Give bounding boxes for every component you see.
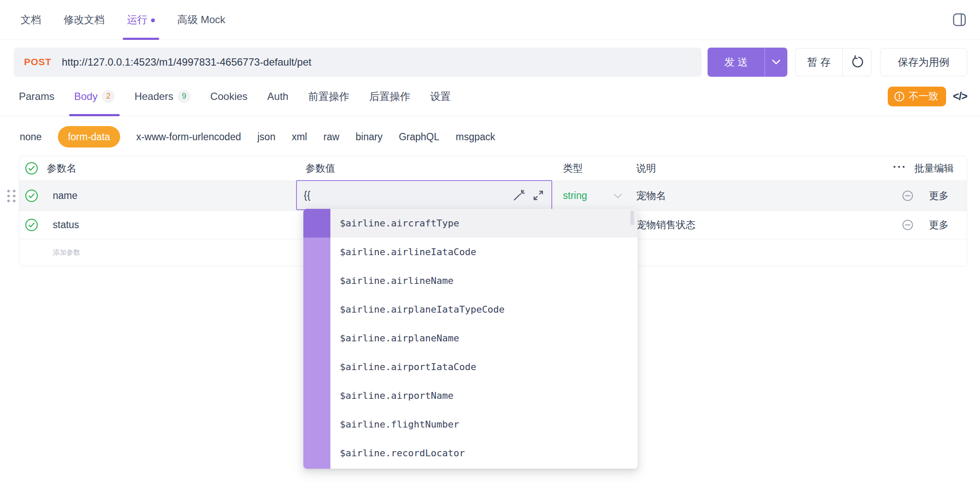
body-type-form-data[interactable]: form-data bbox=[58, 126, 120, 148]
dropdown-items: $airline.aircraftType $airline.airlineIa… bbox=[330, 209, 638, 469]
save-as-case-button[interactable]: 保存为用例 bbox=[880, 48, 967, 76]
doc-tab-bar: 文档 修改文档 运行 高级 Mock bbox=[0, 0, 980, 40]
tab-pre-operations[interactable]: 前置操作 bbox=[308, 77, 349, 116]
dropdown-item[interactable]: $airline.airportIataCode bbox=[330, 352, 638, 381]
tab-advanced-mock[interactable]: 高级 Mock bbox=[177, 0, 225, 39]
row-enabled-checkbox[interactable] bbox=[25, 189, 38, 202]
params-table-header: 参数名 参数值 类型 说明 ··· 批量编辑 bbox=[19, 156, 967, 181]
body-type-selector: none form-data x-www-form-urlencoded jso… bbox=[20, 123, 967, 151]
select-all-checkbox[interactable] bbox=[25, 162, 38, 175]
tab-post-operations-label: 后置操作 bbox=[369, 90, 410, 103]
tab-run[interactable]: 运行 bbox=[127, 0, 155, 39]
header-param-name: 参数名 bbox=[47, 162, 76, 175]
body-type-msgpack[interactable]: msgpack bbox=[456, 131, 495, 143]
tab-cookies-label: Cookies bbox=[210, 90, 248, 102]
body-type-x-www-form-urlencoded[interactable]: x-www-form-urlencoded bbox=[136, 131, 241, 143]
method-select[interactable]: POST bbox=[24, 57, 51, 68]
dropdown-accent-bar-highlight bbox=[303, 209, 330, 238]
body-type-json[interactable]: json bbox=[257, 131, 275, 143]
dropdown-item[interactable]: $airline.airplaneIataTypeCode bbox=[330, 295, 638, 324]
tab-params-label: Params bbox=[19, 90, 54, 102]
table-row-name: name {{ bbox=[19, 181, 967, 211]
body-type-xml[interactable]: xml bbox=[292, 131, 307, 143]
row-enabled-checkbox[interactable] bbox=[25, 218, 38, 232]
unsaved-dot bbox=[151, 18, 155, 22]
header-type: 类型 bbox=[563, 162, 583, 175]
tab-body[interactable]: Body 2 bbox=[74, 77, 115, 116]
tab-settings-label: 设置 bbox=[430, 90, 451, 103]
tab-run-label: 运行 bbox=[127, 13, 148, 27]
doc-tabs: 文档 修改文档 运行 高级 Mock bbox=[21, 0, 225, 39]
chevron-down-icon bbox=[613, 190, 623, 202]
mismatch-badge[interactable]: 不一致 bbox=[888, 87, 946, 106]
dropdown-scrollbar-thumb[interactable] bbox=[630, 211, 634, 225]
send-button-group: 发 送 bbox=[708, 48, 787, 77]
active-tab-underline bbox=[123, 38, 159, 40]
header-description: 说明 bbox=[636, 163, 656, 174]
row-more-button[interactable]: 更多 bbox=[929, 189, 949, 202]
toggle-right-panel-icon[interactable] bbox=[952, 12, 967, 27]
tab-headers-label: Headers bbox=[134, 90, 173, 102]
variable-autocomplete-dropdown: $airline.aircraftType $airline.airlineIa… bbox=[303, 209, 638, 469]
mismatch-badge-label: 不一致 bbox=[909, 90, 938, 103]
tab-cookies[interactable]: Cookies bbox=[210, 77, 248, 116]
stash-button[interactable]: 暂 存 bbox=[795, 48, 842, 76]
dropdown-item[interactable]: $airline.airplaneName bbox=[330, 324, 638, 352]
header-param-value: 参数值 bbox=[305, 162, 335, 175]
active-tab-underline bbox=[69, 114, 120, 116]
tab-auth-label: Auth bbox=[267, 90, 288, 102]
tab-settings[interactable]: 设置 bbox=[430, 77, 451, 116]
body-type-raw[interactable]: raw bbox=[324, 131, 339, 143]
editor-icons bbox=[513, 189, 544, 202]
remove-row-icon[interactable] bbox=[902, 190, 913, 202]
body-type-none[interactable]: none bbox=[20, 131, 42, 143]
tab-pre-operations-label: 前置操作 bbox=[308, 90, 349, 103]
tab-advanced-mock-label: 高级 Mock bbox=[177, 13, 225, 27]
request-bar: POST http://127.0.0.1:4523/m1/4997831-46… bbox=[14, 48, 967, 77]
url-input[interactable]: POST http://127.0.0.1:4523/m1/4997831-46… bbox=[14, 48, 702, 77]
body-type-graphql[interactable]: GraphQL bbox=[399, 131, 439, 143]
param-type-value: string bbox=[563, 190, 587, 202]
tab-headers[interactable]: Headers 9 bbox=[134, 77, 191, 116]
param-name-cell[interactable]: name bbox=[53, 190, 78, 202]
drag-handle-icon[interactable] bbox=[6, 188, 17, 203]
alert-circle-icon bbox=[894, 91, 905, 102]
param-type-select[interactable]: string bbox=[558, 181, 631, 211]
tab-auth[interactable]: Auth bbox=[267, 77, 288, 116]
param-description-cell[interactable]: 宠物名 bbox=[636, 190, 666, 201]
dropdown-item[interactable]: $airline.aircraftType bbox=[330, 209, 638, 238]
dropdown-item[interactable]: $airline.flightNumber bbox=[330, 410, 638, 439]
dropdown-accent-bar-rest bbox=[303, 238, 330, 469]
param-name-cell[interactable]: status bbox=[53, 219, 79, 231]
expand-editor-icon[interactable] bbox=[532, 189, 544, 202]
chevron-down-icon bbox=[771, 59, 781, 66]
stash-button-group: 暂 存 bbox=[795, 48, 871, 76]
code-view-icon[interactable]: </> bbox=[953, 90, 967, 102]
dropdown-item[interactable]: $airline.recordLocator bbox=[330, 439, 638, 467]
body-type-binary[interactable]: binary bbox=[356, 131, 383, 143]
tab-post-operations[interactable]: 后置操作 bbox=[369, 77, 410, 116]
dropdown-item[interactable]: $airline.airportName bbox=[330, 381, 638, 410]
tab-params[interactable]: Params bbox=[19, 77, 54, 116]
dropdown-item[interactable]: $airline.airlineIataCode bbox=[330, 238, 638, 266]
header-more-menu[interactable]: ··· bbox=[893, 161, 907, 176]
dropdown-item[interactable]: $airline.airlineName bbox=[330, 266, 638, 295]
tab-edit-docs-label: 修改文档 bbox=[64, 13, 105, 27]
tab-docs-label: 文档 bbox=[21, 13, 41, 27]
param-description-cell[interactable]: 宠物销售状态 bbox=[636, 219, 696, 230]
reset-button[interactable] bbox=[843, 48, 871, 76]
send-options-button[interactable] bbox=[765, 48, 787, 77]
request-tabs-right: 不一致 </> bbox=[888, 87, 967, 106]
batch-edit-button[interactable]: 批量编辑 bbox=[914, 162, 954, 175]
tab-body-label: Body bbox=[74, 90, 98, 102]
request-tabs-bar: Params Body 2 Headers 9 Cookies Auth 前置操… bbox=[0, 77, 980, 116]
request-tabs: Params Body 2 Headers 9 Cookies Auth 前置操… bbox=[19, 77, 451, 116]
remove-row-icon[interactable] bbox=[902, 219, 913, 231]
param-value-editor[interactable]: {{ bbox=[296, 180, 552, 210]
magic-wand-icon[interactable] bbox=[513, 189, 525, 202]
tab-docs[interactable]: 文档 bbox=[21, 0, 41, 39]
send-button[interactable]: 发 送 bbox=[708, 48, 765, 77]
headers-count-badge: 9 bbox=[178, 90, 191, 103]
row-more-button[interactable]: 更多 bbox=[929, 218, 949, 232]
tab-edit-docs[interactable]: 修改文档 bbox=[64, 0, 105, 39]
